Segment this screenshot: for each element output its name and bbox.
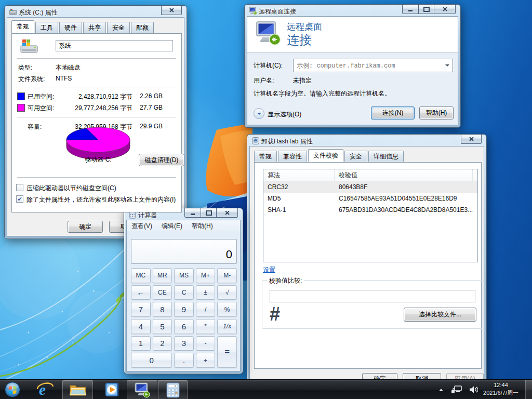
hash-row-sha1[interactable]: SHA-1 675ABD31DA30ACD4DE4C8DA2BD8A501E3.… (263, 204, 477, 216)
used-space-label: 已用空间: (28, 92, 54, 101)
key-mminus[interactable]: M- (217, 268, 237, 283)
tab-hardware[interactable]: 硬件 (59, 22, 82, 33)
menu-help[interactable]: 帮助(H) (187, 222, 218, 231)
tab-tools[interactable]: 工具 (35, 22, 58, 33)
chevron-down-icon[interactable] (445, 64, 449, 66)
start-button[interactable] (2, 380, 23, 398)
calculator-body: 查看(V) 编辑(E) 帮助(H) 0 MC MR MS M+ M- ← CE … (126, 220, 241, 371)
menu-view[interactable]: 查看(V) (127, 222, 157, 231)
key-9[interactable]: 9 (174, 302, 194, 317)
tab-page-file-hashes: 算法 校验值 CRC32 80643B8F MD5 C16547585AE93A… (254, 162, 482, 369)
key-3[interactable]: 3 (174, 336, 194, 351)
key-mc[interactable]: MC (131, 268, 151, 283)
type-value: 本地磁盘 (56, 63, 81, 72)
menu-edit[interactable]: 编辑(E) (157, 222, 187, 231)
computer-combobox[interactable]: 示例: computer.fabrikam.com (293, 59, 453, 72)
key-2[interactable]: 2 (153, 336, 172, 351)
key-sqrt[interactable]: √ (217, 285, 237, 300)
key-percent[interactable]: % (217, 302, 237, 317)
taskbar-calculator[interactable]: 0 (158, 380, 188, 399)
titlebar[interactable]: 远程桌面连接 (245, 5, 460, 17)
key-subtract[interactable]: - (196, 336, 216, 351)
close-icon[interactable] (216, 208, 238, 218)
hash-row-crc32[interactable]: CRC32 80643B8F (263, 181, 477, 193)
compare-group-label: 校验值比较: (267, 276, 304, 285)
key-1[interactable]: 1 (131, 336, 151, 351)
titlebar[interactable]: 卸载HashTab 属性 (247, 135, 486, 147)
window-title: 卸载HashTab 属性 (261, 137, 313, 146)
taskbar-remote-desktop[interactable] (127, 380, 157, 399)
rdp-heading-line1: 远程桌面 (287, 21, 322, 33)
tab-general[interactable]: 常规 (254, 151, 277, 162)
help-button[interactable]: 帮助(H) (419, 107, 454, 119)
tab-compatibility[interactable]: 兼容性 (278, 151, 307, 162)
taskbar-explorer[interactable] (62, 380, 93, 399)
volume-label-input[interactable] (56, 40, 173, 51)
clock-date: 2021/6/7/周一 (476, 389, 526, 397)
windows-start-icon (4, 381, 21, 398)
key-divide[interactable]: / (196, 302, 216, 317)
close-icon[interactable] (434, 5, 456, 14)
compress-checkbox[interactable] (16, 184, 23, 191)
maximize-icon[interactable] (418, 5, 434, 14)
settings-link[interactable]: 设置 (263, 265, 275, 274)
disk-cleanup-button[interactable]: 磁盘清理(D) (139, 154, 184, 166)
tab-sharing[interactable]: 共享 (83, 22, 106, 33)
key-4[interactable]: 4 (131, 319, 151, 334)
choose-compare-file-button[interactable]: 选择比较文件... (404, 308, 476, 322)
tab-security[interactable]: 安全 (107, 22, 130, 33)
show-options-chevron-icon[interactable] (254, 108, 264, 119)
taskbar-clock[interactable]: 12:44 2021/6/7/周一 (476, 381, 526, 397)
key-5[interactable]: 5 (153, 319, 172, 334)
key-decimal[interactable]: . (174, 353, 194, 368)
key-ce[interactable]: CE (153, 285, 172, 300)
tab-quota[interactable]: 配额 (131, 22, 154, 33)
filesystem-label: 文件系统: (18, 75, 45, 84)
tab-details[interactable]: 详细信息 (368, 151, 404, 162)
tab-security[interactable]: 安全 (344, 151, 367, 162)
menubar: 查看(V) 编辑(E) 帮助(H) (127, 220, 240, 232)
column-header-algorithm[interactable]: 算法 (263, 169, 335, 181)
titlebar[interactable]: 系统 (C:) 属性 (5, 6, 187, 18)
network-tray-icon[interactable] (449, 380, 464, 399)
tab-strip: 常规 兼容性 文件校验 安全 详细信息 (254, 151, 405, 162)
connect-button[interactable]: 连接(N) (371, 107, 415, 119)
key-8[interactable]: 8 (153, 302, 172, 317)
close-icon[interactable] (461, 135, 482, 144)
taskbar-media-player[interactable] (100, 380, 125, 398)
key-reciprocal[interactable]: 1/x (217, 319, 237, 334)
dialog-body: 远程桌面 连接 计算机(C): 示例: computer.fabrikam.co… (247, 16, 458, 125)
show-options-label[interactable]: 显示选项(O) (268, 110, 301, 119)
compare-hash-input[interactable] (270, 290, 475, 302)
minimize-icon[interactable] (184, 208, 201, 218)
key-mplus[interactable]: M+ (196, 268, 216, 283)
key-equals[interactable]: = (217, 336, 237, 368)
minimize-icon[interactable] (402, 5, 419, 14)
key-multiply[interactable]: * (196, 319, 216, 334)
key-c[interactable]: C (174, 285, 194, 300)
taskbar-internet-explorer[interactable]: e (32, 380, 58, 398)
key-6[interactable]: 6 (174, 319, 194, 334)
hash-listview[interactable]: 算法 校验值 CRC32 80643B8F MD5 C16547585AE93A… (263, 169, 478, 262)
hash-row-md5[interactable]: MD5 C16547585AE93A51D04551E0E28E16D9 (263, 193, 477, 204)
maximize-icon[interactable] (201, 208, 217, 218)
key-7[interactable]: 7 (131, 302, 151, 317)
key-0[interactable]: 0 (131, 353, 172, 368)
listview-header[interactable]: 算法 校验值 (263, 169, 477, 181)
key-ms[interactable]: MS (174, 268, 194, 283)
ok-button[interactable]: 确定 (68, 221, 103, 233)
key-mr[interactable]: MR (153, 268, 172, 283)
tab-general[interactable]: 常规 (11, 20, 34, 33)
rdp-hint-text: 计算机名字段为空。请输入完整的远程计算机名。 (254, 89, 391, 98)
show-desktop-button[interactable] (525, 380, 532, 399)
close-icon[interactable] (161, 6, 182, 15)
check-icon: ✔ (17, 196, 22, 202)
index-checkbox[interactable]: ✔ (16, 195, 23, 203)
key-backspace[interactable]: ← (131, 285, 151, 300)
separator (17, 87, 176, 87)
show-hidden-icons-button[interactable] (436, 380, 446, 399)
key-negate[interactable]: ± (196, 285, 216, 300)
tab-file-hashes[interactable]: 文件校验 (308, 149, 343, 162)
column-header-value[interactable]: 校验值 (335, 169, 473, 181)
key-add[interactable]: + (196, 353, 216, 368)
